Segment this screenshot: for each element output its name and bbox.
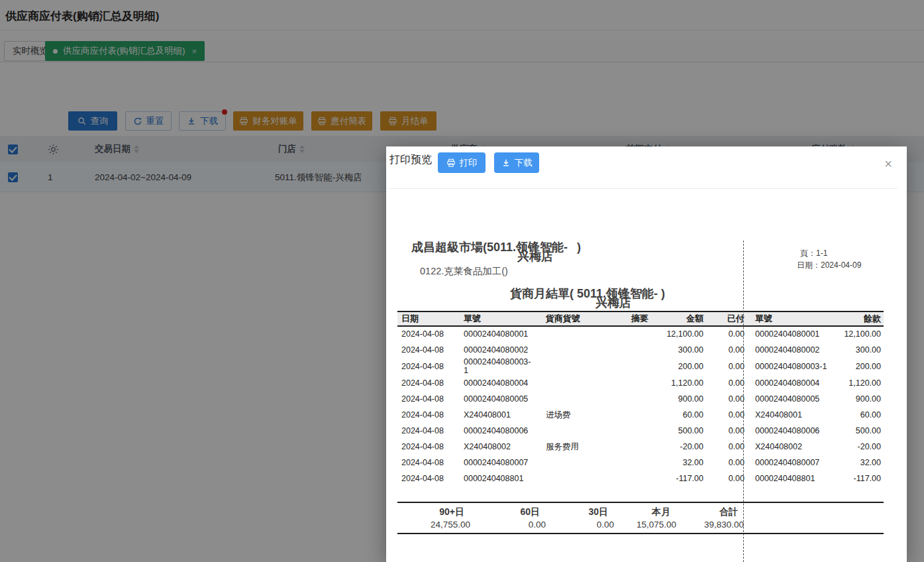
statement-document: 成昌超級市場(5011.领锋智能-兴梅店) 頁：1-1 日期：2024-04-0…	[386, 189, 907, 562]
summary-value: 0.00	[470, 520, 546, 530]
statement-cell	[612, 358, 648, 375]
statement-cell: 2024-04-08	[397, 391, 464, 407]
statement-cell	[612, 391, 648, 407]
print-button[interactable]: 打印	[438, 152, 486, 173]
statement-cell: 00002404080005	[751, 391, 835, 407]
summary-label: 90+日	[397, 506, 470, 518]
statement-row: 2024-04-08000024040800041,120.000.000000…	[397, 375, 884, 391]
statement-cell: 服务费用	[546, 439, 612, 455]
modal-close-icon[interactable]: ×	[884, 157, 892, 170]
statement-cell: 00002404080002	[464, 342, 546, 358]
statement-cell: 0000240408801	[464, 471, 546, 486]
statement-cell: 0.00	[705, 391, 751, 407]
statement-cell	[546, 375, 612, 391]
printer-icon	[446, 158, 456, 168]
statement-cell: 2024-04-08	[397, 358, 464, 375]
statement-col-header: 單號	[751, 311, 835, 326]
statement-cell: 00002404080001	[751, 326, 835, 342]
statement-cell: 00002404080003-1	[751, 358, 835, 375]
modal-download-button[interactable]: 下载	[494, 152, 539, 173]
print-preview-modal: 打印预览 打印 下载 × 成昌超級市場(5011.领锋智能-兴梅店) 頁：1-1…	[386, 146, 907, 562]
statement-cell: 0.00	[705, 375, 751, 391]
statement-cell: 300.00	[835, 342, 884, 358]
statement-cell: 200.00	[835, 358, 884, 375]
doc-print-date: 日期：2024-04-09	[797, 260, 861, 271]
statement-cell: 2024-04-08	[397, 342, 464, 358]
statement-col-header: 日期	[397, 311, 464, 326]
statement-row: 2024-04-0800002404080003-1200.000.000000…	[397, 358, 884, 375]
statement-cell: 0.00	[705, 471, 751, 486]
statement-cell	[546, 423, 612, 439]
doc-page-number: 頁：1-1	[800, 248, 827, 259]
statement-cell: 0.00	[705, 407, 751, 423]
statement-cell: 0.00	[705, 455, 751, 471]
statement-cell	[546, 358, 612, 375]
statement-cell	[612, 455, 648, 471]
statement-cell: 300.00	[648, 342, 705, 358]
statement-cell: 900.00	[835, 391, 884, 407]
statement-cell: 32.00	[648, 455, 705, 471]
statement-cell: 2024-04-08	[397, 471, 464, 486]
statement-cell: 00002404080007	[464, 455, 546, 471]
statement-cell	[546, 471, 612, 486]
statement-cell: 00002404080003-1	[464, 358, 546, 375]
statement-cell	[612, 342, 648, 358]
summary-cell: 合計39,830.00	[676, 503, 744, 533]
statement-cell: 0000240408801	[751, 471, 835, 486]
modal-download-label: 下载	[515, 157, 533, 169]
statement-cell: 1,120.00	[648, 375, 705, 391]
statement-cell: 00002404080006	[464, 423, 546, 439]
summary-value: 15,075.00	[614, 520, 676, 530]
statement-cell: 2024-04-08	[397, 439, 464, 455]
statement-cell: 2024-04-08	[397, 375, 464, 391]
statement-header-row: 日期單號貨商貨號摘要金額已付單號餘款	[397, 311, 884, 326]
doc-company-title: 成昌超級市場(5011.领锋智能-兴梅店)	[411, 239, 581, 255]
statement-cell	[546, 326, 612, 342]
page-fold-dashed-line	[743, 241, 744, 562]
statement-row: 2024-04-080000240408000732.000.000000240…	[397, 455, 884, 471]
statement-cell: 00002404080001	[464, 326, 546, 342]
statement-body: 2024-04-080000240408000112,100.000.00000…	[397, 326, 884, 486]
statement-cell: 0.00	[705, 358, 751, 375]
summary-cell: 90+日24,755.00	[397, 503, 470, 533]
statement-cell	[612, 439, 648, 455]
statement-cell: 2024-04-08	[397, 326, 464, 342]
statement-cell: 2024-04-08	[397, 407, 464, 423]
statement-cell: 60.00	[648, 407, 705, 423]
summary-label: 30日	[546, 506, 614, 518]
statement-cell: 60.00	[835, 407, 884, 423]
statement-cell: 0.00	[705, 326, 751, 342]
doc-supplier-line: 0122.克莱食品加工()	[420, 265, 508, 278]
statement-row: 2024-04-08X240408002服务费用-20.000.00X24040…	[397, 439, 884, 455]
summary-cell: 30日0.00	[546, 503, 614, 533]
statement-cell: 12,100.00	[835, 326, 884, 342]
statement-cell	[612, 326, 648, 342]
summary-cell: 60日0.00	[470, 503, 546, 533]
statement-cell: 2024-04-08	[397, 455, 464, 471]
statement-cell: 0.00	[705, 423, 751, 439]
statement-cell	[546, 342, 612, 358]
summary-label: 本月	[614, 506, 676, 518]
statement-cell: 900.00	[648, 391, 705, 407]
summary-cell: 本月15,075.00	[614, 503, 676, 533]
statement-row: 2024-04-080000240408000112,100.000.00000…	[397, 326, 884, 342]
statement-cell	[612, 407, 648, 423]
summary-value: 39,830.00	[676, 520, 744, 530]
statement-table: 日期單號貨商貨號摘要金額已付單號餘款 2024-04-0800002404080…	[397, 311, 884, 486]
statement-row: 2024-04-08X240408001进场费60.000.00X2404080…	[397, 407, 884, 423]
statement-cell	[612, 423, 648, 439]
statement-cell: 00002404080004	[751, 375, 835, 391]
doc-statement-title: 貨商月結單( 5011.领锋智能-兴梅店 )	[510, 286, 665, 302]
statement-cell: -20.00	[835, 439, 884, 455]
statement-col-header: 餘款	[835, 311, 884, 326]
statement-col-header: 貨商貨號	[546, 311, 612, 326]
statement-cell	[612, 471, 648, 486]
statement-cell	[546, 455, 612, 471]
statement-cell: 00002404080004	[464, 375, 546, 391]
summary-value: 24,755.00	[397, 520, 470, 530]
statement-cell	[612, 375, 648, 391]
statement-cell: 500.00	[648, 423, 705, 439]
summary-label: 合計	[676, 506, 744, 518]
statement-row: 2024-04-0800002404080002300.000.00000024…	[397, 342, 884, 358]
statement-cell: -117.00	[648, 471, 705, 486]
